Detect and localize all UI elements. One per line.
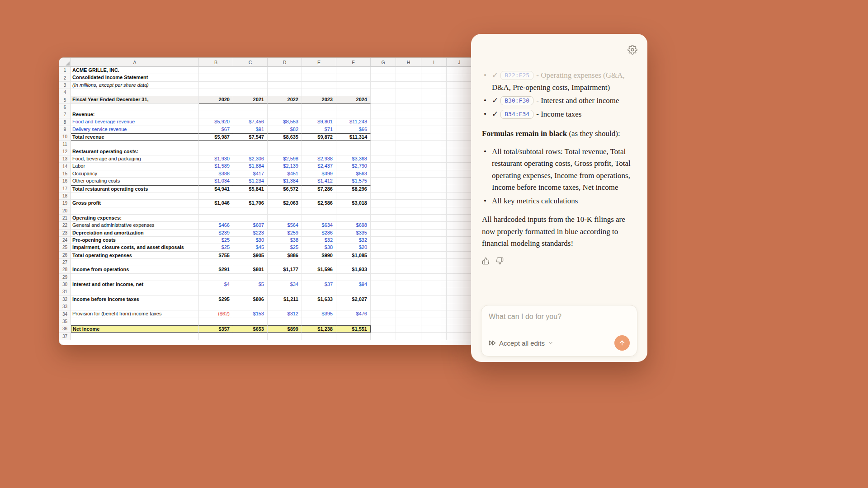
cell-E11[interactable] [302, 141, 336, 148]
cell-F37[interactable] [336, 333, 371, 340]
cell-G14[interactable] [371, 163, 396, 170]
cell-J15[interactable] [447, 170, 472, 178]
cell-G13[interactable] [371, 155, 396, 163]
cell-B18[interactable] [199, 192, 233, 200]
cell-G3[interactable] [371, 82, 396, 89]
cell-A10[interactable]: Total revenue [71, 133, 199, 141]
cell-range-chip[interactable]: B22:F25 [500, 71, 533, 80]
cell-E1[interactable] [302, 67, 336, 74]
row-header-13[interactable]: 13 [59, 155, 71, 163]
cell-F5[interactable]: 2024 [336, 96, 371, 103]
cell-A19[interactable]: Gross profit [71, 200, 199, 207]
cell-F30[interactable]: $94 [336, 281, 371, 288]
cell-A24[interactable]: Pre-opening costs [71, 237, 199, 244]
cell-J19[interactable] [447, 200, 472, 207]
cell-E18[interactable] [302, 192, 336, 200]
cell-A32[interactable]: Income before income taxes [71, 296, 199, 303]
cell-D25[interactable]: $25 [268, 244, 302, 251]
cell-H25[interactable] [396, 244, 421, 251]
cell-G17[interactable] [371, 185, 396, 192]
cell-G26[interactable] [371, 252, 396, 259]
cell-I5[interactable] [421, 96, 447, 103]
row-header-28[interactable]: 28 [59, 266, 71, 273]
cell-I19[interactable] [421, 200, 447, 207]
cell-E7[interactable] [302, 111, 336, 118]
cell-H12[interactable] [396, 148, 421, 155]
row-header-6[interactable]: 6 [59, 104, 71, 111]
row-header-17[interactable]: 17 [59, 185, 71, 192]
cell-H3[interactable] [396, 82, 421, 89]
cell-I25[interactable] [421, 244, 447, 251]
cell-I20[interactable] [421, 207, 447, 215]
cell-B26[interactable]: $755 [199, 252, 233, 259]
cell-H30[interactable] [396, 281, 421, 288]
cell-D10[interactable]: $8,635 [268, 133, 302, 141]
row-header-24[interactable]: 24 [59, 237, 71, 244]
cell-A20[interactable] [71, 207, 199, 215]
cell-I33[interactable] [421, 303, 447, 310]
cell-G34[interactable] [371, 310, 396, 318]
cell-I3[interactable] [421, 82, 447, 89]
row-header-8[interactable]: 8 [59, 118, 71, 126]
cell-E3[interactable] [302, 82, 336, 89]
cell-G24[interactable] [371, 237, 396, 244]
cell-F9[interactable]: $66 [336, 126, 371, 133]
cell-F19[interactable]: $3,018 [336, 200, 371, 207]
cell-E13[interactable]: $2,938 [302, 155, 336, 163]
cell-I26[interactable] [421, 252, 447, 259]
cell-C8[interactable]: $7,456 [233, 118, 268, 126]
cell-B6[interactable] [199, 104, 233, 111]
cell-E33[interactable] [302, 303, 336, 310]
col-header-F[interactable]: F [336, 58, 371, 67]
cell-I8[interactable] [421, 118, 447, 126]
cell-D16[interactable]: $1,384 [268, 178, 302, 185]
cell-H31[interactable] [396, 288, 421, 296]
col-header-D[interactable]: D [268, 58, 302, 67]
cell-D36[interactable]: $899 [268, 325, 302, 333]
cell-E15[interactable]: $499 [302, 170, 336, 178]
cell-D9[interactable]: $82 [268, 126, 302, 133]
cell-I22[interactable] [421, 222, 447, 229]
cell-J2[interactable] [447, 74, 472, 81]
row-header-16[interactable]: 16 [59, 178, 71, 185]
cell-G12[interactable] [371, 148, 396, 155]
cell-H8[interactable] [396, 118, 421, 126]
cell-H2[interactable] [396, 74, 421, 81]
cell-J33[interactable] [447, 303, 472, 310]
cell-J27[interactable] [447, 259, 472, 266]
col-header-J[interactable]: J [447, 58, 472, 67]
cell-F3[interactable] [336, 82, 371, 89]
cell-F29[interactable] [336, 274, 371, 281]
cell-D1[interactable] [268, 67, 302, 74]
cell-C17[interactable]: $5,841 [233, 185, 268, 192]
cell-B11[interactable] [199, 141, 233, 148]
cell-F4[interactable] [336, 89, 371, 96]
cell-H7[interactable] [396, 111, 421, 118]
cell-A36[interactable]: Net income [71, 325, 199, 333]
cell-B5[interactable]: 2020 [199, 96, 233, 103]
cell-B19[interactable]: $1,046 [199, 200, 233, 207]
cell-E10[interactable]: $9,872 [302, 133, 336, 141]
cell-I37[interactable] [421, 333, 447, 340]
cell-G35[interactable] [371, 318, 396, 325]
row-header-22[interactable]: 22 [59, 222, 71, 229]
cell-B4[interactable] [199, 89, 233, 96]
cell-J11[interactable] [447, 141, 472, 148]
cell-J28[interactable] [447, 266, 472, 273]
cell-A15[interactable]: Occupancy [71, 170, 199, 178]
cell-I34[interactable] [421, 310, 447, 318]
cell-H6[interactable] [396, 104, 421, 111]
cell-J1[interactable] [447, 67, 472, 74]
cell-D27[interactable] [268, 259, 302, 266]
cell-B25[interactable]: $25 [199, 244, 233, 251]
cell-E8[interactable]: $9,801 [302, 118, 336, 126]
col-header-I[interactable]: I [421, 58, 447, 67]
cell-F14[interactable]: $2,790 [336, 163, 371, 170]
cell-G28[interactable] [371, 266, 396, 273]
cell-F10[interactable]: $11,314 [336, 133, 371, 141]
row-header-5[interactable]: 5 [59, 96, 71, 103]
cell-F8[interactable]: $11,248 [336, 118, 371, 126]
cell-E12[interactable] [302, 148, 336, 155]
cell-E6[interactable] [302, 104, 336, 111]
cell-D26[interactable]: $886 [268, 252, 302, 259]
